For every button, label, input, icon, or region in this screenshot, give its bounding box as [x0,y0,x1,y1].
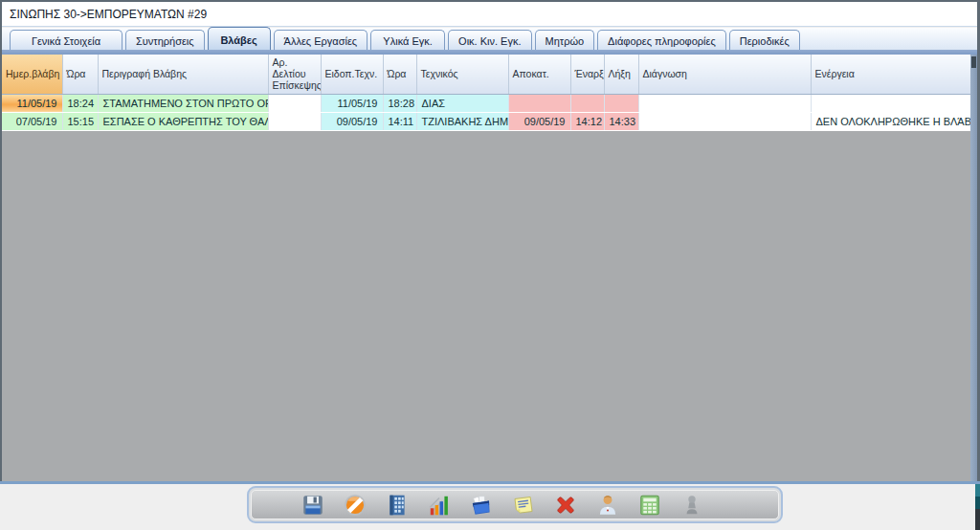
delete-button[interactable] [552,492,578,518]
pawn-icon [679,493,704,518]
save-icon [301,493,325,518]
cell-notify-time[interactable]: 18:28 [383,94,416,112]
cell-technician[interactable]: ΤΖΙΛΙΒΑΚΗΣ ΔΗΜ... [416,112,508,130]
save-button[interactable] [300,492,325,518]
cell-description[interactable]: ΣΤΑΜΑΤΗΜΕΝΟ ΣΤΟΝ ΠΡΩΤΟ ΟΡ... [98,94,268,112]
archive-button[interactable] [468,492,494,518]
cell-restore-date[interactable]: 09/05/19 [508,112,570,130]
cell-end[interactable] [604,94,638,112]
card-box-icon [469,493,494,518]
tab-strip: Γενικά Στοιχεία Συντηρήσεις Βλάβες Άλλες… [2,28,977,50]
col-header-start[interactable]: Έναρξ [570,55,604,94]
spreadsheet-button[interactable] [636,492,662,518]
background-window-fragment [975,497,980,509]
building-button[interactable] [384,492,410,518]
table-row[interactable]: 11/05/19 18:24 ΣΤΑΜΑΤΗΜΕΝΟ ΣΤΟΝ ΠΡΩΤΟ ΟΡ… [2,94,970,112]
tab-label: Οικ. Κιν. Εγκ. [458,35,521,47]
bar-chart-icon [427,493,452,518]
tab-mitroo[interactable]: Μητρώο [535,30,595,50]
tab-oik-kin-egk[interactable]: Οικ. Κιν. Εγκ. [448,30,531,50]
pawn-button [679,492,704,518]
col-header-restore[interactable]: Αποκατ. [508,55,570,94]
person-icon [595,493,620,518]
col-header-fault-time[interactable]: Ώρα [62,55,98,94]
cancel-button[interactable] [342,492,368,518]
toolbar-panel [251,490,779,519]
technician-button[interactable] [594,492,620,518]
col-header-notify-time[interactable]: Ώρα [383,55,416,94]
cell-start[interactable]: 14:12 [570,112,604,130]
cell-fault-date[interactable]: 07/05/19 [2,112,62,130]
tab-label: Γενικά Στοιχεία [32,35,100,47]
col-header-end[interactable]: Λήξη [604,55,638,94]
titlebar: ΣΙΝΩΠΗΣ 30->ΕΜΠΟΡΕΥΜΑΤΩΝ #29 [2,2,977,27]
col-header-technician[interactable]: Τεχνικός [416,55,508,94]
calculator-icon [637,493,662,518]
cancel-icon [343,493,368,518]
tab-periodikes[interactable]: Περιοδικές [729,30,800,50]
cell-action[interactable] [811,94,970,112]
tab-diafores-plirofories[interactable]: Διάφορες πληροφορίες [597,30,726,50]
tab-label: Περιοδικές [740,35,790,47]
col-header-fault-date[interactable]: Ημερ.βλάβη [2,55,62,94]
tab-label: Μητρώο [546,35,585,47]
col-header-description[interactable]: Περιγραφή Βλάβης [98,55,268,94]
tab-label: Άλλες Εργασίες [284,35,358,47]
tab-alles-ergasies[interactable]: Άλλες Εργασίες [274,30,368,50]
cell-action[interactable]: ΔΕΝ ΟΛΟΚΛΗΡΩΘΗΚΕ Η ΒΛΆΒΗ Π... [811,112,970,130]
tab-vlaves[interactable]: Βλάβες [208,27,271,50]
tab-genika-stoixeia[interactable]: Γενικά Στοιχεία [10,30,122,50]
cell-diagnosis[interactable] [638,112,811,130]
col-header-notify-date[interactable]: Ειδοπ.Τεχν. [321,55,383,94]
header-row: Ημερ.βλάβη Ώρα Περιγραφή Βλάβης Αρ. Δελτ… [2,55,970,94]
cell-end[interactable]: 14:33 [604,112,638,130]
cell-notify-date[interactable]: 11/05/19 [321,94,383,112]
tab-label: Συντηρήσεις [136,35,194,47]
window-border-top [0,0,980,2]
notes-button[interactable] [510,492,536,518]
bottom-toolbar [247,486,783,523]
tab-label: Βλάβες [220,34,256,46]
app-window: ΣΙΝΩΠΗΣ 30->ΕΜΠΟΡΕΥΜΑΤΩΝ #29 Γενικά Στοι… [0,0,980,530]
cell-start[interactable] [570,94,604,112]
faults-grid: Ημερ.βλάβη Ώρα Περιγραφή Βλάβης Αρ. Δελτ… [2,55,970,481]
tab-label: Υλικά Εγκ. [383,35,432,47]
table-row[interactable]: 07/05/19 15:15 ΕΣΠΑΣΕ Ο ΚΑΘΡΕΠΤΗΣ ΤΟΥ ΘΑ… [2,112,970,130]
window-border-left [0,0,2,481]
background-window-fragment [975,509,980,530]
col-header-diagnosis[interactable]: Διάγνωση [638,55,811,94]
delete-x-icon [553,493,578,518]
window-title: ΣΙΝΩΠΗΣ 30->ΕΜΠΟΡΕΥΜΑΤΩΝ #29 [10,8,207,21]
tab-ylika-egk[interactable]: Υλικά Εγκ. [370,30,445,50]
tab-syntiriseis[interactable]: Συντηρήσεις [125,30,205,50]
cell-fault-time[interactable]: 18:24 [62,94,98,112]
building-icon [385,493,410,518]
window-edge-fragment [971,56,976,68]
col-header-visit-ticket[interactable]: Αρ. Δελτίου Επίσκεψης [268,55,321,94]
cell-fault-time[interactable]: 15:15 [62,112,98,130]
statistics-button[interactable] [426,492,452,518]
cell-notify-time[interactable]: 14:11 [383,112,416,130]
cell-notify-date[interactable]: 09/05/19 [321,112,383,130]
cell-visit-ticket[interactable] [268,112,321,130]
cell-description[interactable]: ΕΣΠΑΣΕ Ο ΚΑΘΡΕΠΤΗΣ ΤΟΥ ΘΑΛ... [98,112,268,130]
cell-diagnosis[interactable] [638,94,811,112]
col-header-action[interactable]: Ενέργεια [811,55,970,94]
cell-restore-date[interactable] [508,94,570,112]
cell-fault-date[interactable]: 11/05/19 [2,94,62,112]
cell-visit-ticket[interactable] [268,94,321,112]
cell-technician[interactable]: ΔΙΑΣ [416,94,508,112]
background-window-fragment [975,484,980,497]
right-edge-strip [970,55,977,481]
tab-label: Διάφορες πληροφορίες [608,35,716,47]
memo-icon [511,493,536,518]
